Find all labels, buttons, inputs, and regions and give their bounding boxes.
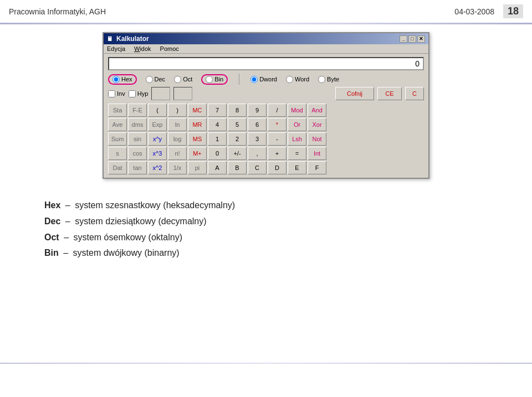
dword-radio[interactable] <box>250 76 258 83</box>
menu-edycja[interactable]: Edycja <box>107 45 125 52</box>
cos-button[interactable]: cos <box>128 147 147 160</box>
word-radio-group: Word <box>286 76 309 83</box>
dms-button[interactable]: dms <box>128 118 147 131</box>
exp-button[interactable]: Exp <box>148 118 167 131</box>
radio-separator <box>239 74 239 85</box>
mc-button[interactable]: MC <box>188 104 207 117</box>
lsh-button[interactable]: Lsh <box>288 132 306 146</box>
mod-button[interactable]: Mod <box>288 104 306 117</box>
pi-button[interactable]: pi <box>188 161 207 174</box>
ln-button[interactable]: ln <box>168 118 187 131</box>
f-button[interactable]: F <box>308 161 326 174</box>
4-button[interactable]: 4 <box>208 118 227 131</box>
recip-button[interactable]: 1/x <box>168 161 187 174</box>
not-button[interactable]: Not <box>308 132 326 146</box>
ave-button[interactable]: Ave <box>108 118 127 131</box>
6-button[interactable]: 6 <box>248 118 267 131</box>
mplus-button[interactable]: M+ <box>188 147 207 160</box>
oct-radio-group: Oct <box>174 76 192 83</box>
plus-button[interactable]: + <box>268 147 287 160</box>
header-right: 04-03-2008 18 <box>454 4 523 18</box>
text-line-1: Hex – system szesnastkowy (heksadecymaln… <box>44 198 488 214</box>
hyp-checkbox[interactable] <box>129 90 136 97</box>
oct-radio[interactable] <box>174 76 181 83</box>
dec-description: system dziesiątkowy (decymalny) <box>75 216 206 226</box>
oct-label: Oct <box>183 76 192 83</box>
comma-button[interactable]: , <box>248 147 267 160</box>
close-button[interactable]: ✕ <box>417 35 425 43</box>
text-line-3: Oct – system ósemkowy (oktalny) <box>44 230 488 246</box>
c-button[interactable]: C <box>405 87 424 100</box>
minus-button[interactable]: - <box>268 132 287 146</box>
mr-button[interactable]: MR <box>188 118 207 131</box>
text-line-2: Dec – system dziesiątkowy (decymalny) <box>44 214 488 230</box>
hex-label: Hex <box>121 76 132 83</box>
ce-button[interactable]: CE <box>377 87 402 100</box>
sum-button[interactable]: Sum <box>108 132 127 146</box>
minimize-button[interactable]: _ <box>400 35 407 43</box>
term-dec: Dec <box>44 216 60 226</box>
hex-radio[interactable] <box>112 76 120 83</box>
1-button[interactable]: 1 <box>208 132 227 146</box>
9-button[interactable]: 9 <box>248 104 267 117</box>
or-button[interactable]: Or <box>288 118 306 131</box>
divide-button[interactable]: / <box>268 104 287 117</box>
btn-row-2: Ave dms Exp ln MR 4 5 6 * Or Xor <box>108 118 424 131</box>
int-button[interactable]: Int <box>308 147 326 160</box>
sta-button[interactable]: Sta <box>108 104 127 117</box>
ms-button[interactable]: MS <box>188 132 207 146</box>
x3-button[interactable]: x^3 <box>148 147 167 160</box>
text-content: Hex – system szesnastkowy (heksadecymaln… <box>22 192 510 261</box>
word-radio[interactable] <box>286 76 293 83</box>
equals-button[interactable]: = <box>288 147 306 160</box>
byte-radio-group: Byte <box>318 76 339 83</box>
c-hex-button[interactable]: C <box>248 161 267 174</box>
titlebar-controls[interactable]: _ □ ✕ <box>400 35 425 43</box>
a-button[interactable]: A <box>208 161 227 174</box>
sin-button[interactable]: sin <box>128 132 147 146</box>
titlebar-left: 🖩 Kalkulator <box>107 35 149 43</box>
blank-placeholder2 <box>173 87 192 100</box>
menu-pomoc[interactable]: Pomoc <box>160 45 179 52</box>
byte-label: Byte <box>327 76 339 83</box>
closeparen-button[interactable]: ) <box>168 104 187 117</box>
7-button[interactable]: 7 <box>208 104 227 117</box>
0-button[interactable]: 0 <box>208 147 227 160</box>
openparen-button[interactable]: ( <box>148 104 167 117</box>
byte-radio[interactable] <box>318 76 325 83</box>
calc-body: 0 Hex Dec Oct Bin <box>104 54 428 178</box>
menu-widok[interactable]: Widok <box>134 45 151 52</box>
x2-button[interactable]: x^2 <box>148 161 167 174</box>
log-button[interactable]: log <box>168 132 187 146</box>
dash-4: – <box>63 248 70 257</box>
dword-label: Dword <box>259 76 277 83</box>
dec-radio[interactable] <box>146 76 153 83</box>
btn-row-3: Sum sin x^y log MS 1 2 3 - Lsh Not <box>108 132 424 146</box>
btn-row-1: Sta F-E ( ) MC 7 8 9 / Mod And <box>108 104 424 117</box>
d-button[interactable]: D <box>268 161 287 174</box>
tan-button[interactable]: tan <box>128 161 147 174</box>
xy-button[interactable]: x^y <box>148 132 167 146</box>
nfact-button[interactable]: n! <box>168 147 187 160</box>
3-button[interactable]: 3 <box>248 132 267 146</box>
cofnij-button[interactable]: Cofnij <box>335 87 374 100</box>
slide-header: Pracownia Informatyki, AGH 04-03-2008 18 <box>0 0 532 23</box>
fe-button[interactable]: F-E <box>128 104 147 117</box>
5-button[interactable]: 5 <box>228 118 247 131</box>
and-button[interactable]: And <box>308 104 326 117</box>
dec-radio-group: Dec <box>146 76 166 83</box>
s-button[interactable]: s <box>108 147 127 160</box>
inv-checkbox[interactable] <box>108 90 115 97</box>
bin-radio[interactable] <box>206 76 213 83</box>
2-button[interactable]: 2 <box>228 132 247 146</box>
maximize-button[interactable]: □ <box>408 35 416 43</box>
e-button[interactable]: E <box>288 161 306 174</box>
blank-placeholder <box>151 87 170 100</box>
dat-button[interactable]: Dat <box>108 161 127 174</box>
b-button[interactable]: B <box>228 161 247 174</box>
8-button[interactable]: 8 <box>228 104 247 117</box>
multiply-button[interactable]: * <box>268 118 287 131</box>
display-value: 0 <box>415 59 420 68</box>
xor-button[interactable]: Xor <box>308 118 326 131</box>
plusminus-button[interactable]: +/- <box>228 147 247 160</box>
